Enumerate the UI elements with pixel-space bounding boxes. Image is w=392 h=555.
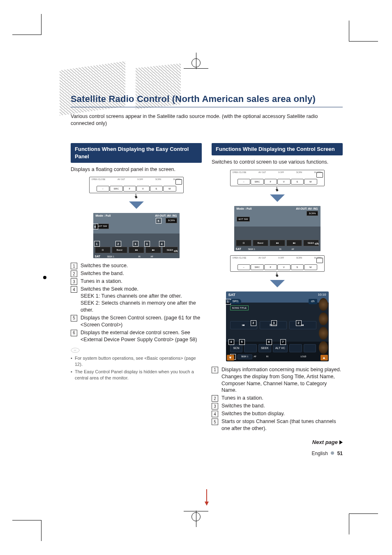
item-text: Starts or stops Channel Scan (that tunes…	[221, 418, 343, 432]
loud-indicator: LOUD	[301, 355, 307, 358]
sat-label: SAT	[236, 247, 241, 251]
svg-text:⁝⁝⁝: ⁝⁝⁝	[74, 349, 76, 352]
ch-label: ch	[174, 249, 178, 254]
easy-panel-screenshot: Mode : Full AV-OUT: AV- IN1 SCRN EXT SW …	[234, 206, 321, 251]
page-title: Satellite Radio Control (North American …	[71, 93, 343, 107]
press-hand-icon	[274, 272, 281, 278]
next-page-arrow-icon	[339, 440, 343, 444]
next-button: ⏭	[289, 321, 316, 329]
list-item: 2Switches the band.	[71, 270, 202, 277]
hw-button: V	[277, 264, 291, 270]
callout-3: 3	[271, 320, 277, 326]
hw-button: V	[277, 179, 291, 185]
hw-button: M	[304, 264, 317, 270]
down-arrow-icon	[270, 280, 285, 287]
list-item: 6Displays the external device control sc…	[71, 329, 202, 343]
callout-2b: 2	[296, 320, 302, 326]
hw-button: S	[150, 186, 163, 192]
hw-button: F	[264, 179, 277, 185]
control-screen-screenshot: SAT 10:10 1 SR1 ch SONG TITLE ⏮ Band ⏭ 2	[226, 291, 329, 361]
blank-button	[304, 344, 316, 352]
in-indicator: IN	[266, 355, 268, 358]
note-item: For system button operations, see <Basic…	[71, 355, 202, 368]
note-item: The Easy Control Panel display is hidden…	[71, 369, 202, 381]
note-icon: ⁝⁝⁝	[71, 347, 80, 354]
label-voff: V.OFF	[278, 257, 284, 259]
item-text: Switches the Seek mode.	[81, 286, 138, 292]
down-arrow-icon	[270, 194, 285, 202]
label-avout: AV OUT	[258, 171, 266, 174]
hw-button: SRC	[110, 186, 123, 192]
margin-dot	[43, 276, 46, 279]
item-text: Displays the external device control scr…	[81, 329, 202, 343]
next-btn: ⏭	[286, 240, 302, 246]
footer-lang: English	[312, 451, 328, 456]
next-btn: ⏭	[145, 247, 161, 253]
registration-mark	[191, 58, 201, 67]
item-text: Displays the Screen Control screen. (pag…	[81, 314, 202, 328]
item-text: Switches the button display.	[221, 410, 285, 417]
hw-screen-icon	[316, 258, 323, 263]
left-column: Functions When Displaying the Easy Contr…	[71, 143, 202, 456]
list-item: 1 Displays information concerning music …	[212, 366, 343, 394]
callout-2: 2	[115, 241, 121, 247]
label-scrn: SCRN	[155, 178, 161, 181]
mode-label: Mode : Full	[96, 214, 111, 217]
press-hand-icon	[274, 186, 281, 193]
scn-button: SCN	[230, 344, 243, 352]
hw-button: S	[291, 179, 304, 185]
callout-4: 4	[228, 339, 234, 345]
num-box: 3	[212, 403, 218, 409]
sat-header: SAT	[228, 292, 235, 297]
clock-label: 10:10	[318, 293, 326, 297]
item-sub: SEEK 2: Selects channels in memory one a…	[81, 300, 202, 314]
crop-mark	[349, 513, 378, 534]
scrn-button: SCRN	[307, 211, 318, 216]
extsw-button: EXT SW	[237, 217, 250, 222]
in-indicator: IN	[138, 255, 141, 258]
label-avout: AV OUT	[118, 178, 125, 181]
side-button	[319, 312, 328, 325]
callout-2: 2	[251, 320, 256, 326]
down-arrow-icon	[129, 201, 144, 209]
next-page-label: Next page	[212, 439, 343, 446]
mode-label: Mode : Full	[237, 207, 252, 210]
faceplate-illustration: OPEN /CLOSE AV OUT V.OFF SCRN M.CTRL − S…	[230, 255, 325, 272]
avout-label: AV-OUT: AV- IN1	[155, 214, 177, 217]
hw-button: M	[163, 186, 176, 192]
af-indicator: AF	[254, 355, 256, 358]
item-text: Switches the band.	[81, 270, 124, 277]
right-heading: Functions While Displaying the Control S…	[212, 143, 343, 155]
num-box: 3	[71, 278, 77, 285]
page-content: Satellite Radio Control (North American …	[71, 82, 343, 506]
list-item: 4Switches the button display.	[212, 410, 343, 417]
item-sub: Changes the display from Song Title, Art…	[221, 373, 343, 394]
band-btn: Band	[112, 247, 127, 253]
hw-button: V	[136, 186, 150, 192]
num-box: 1	[212, 367, 218, 373]
num-box: 6	[71, 330, 77, 336]
faceplate-illustration: OPEN /CLOSE AV OUT V.OFF SCRN M.CTRL − S…	[230, 170, 325, 186]
right-lead: Switches to control screen to use variou…	[212, 159, 343, 166]
hw-button: SRC	[251, 264, 264, 270]
num-box: 5	[71, 315, 77, 321]
item-text: Switches the source.	[81, 262, 128, 269]
label-open: OPEN /CLOSE	[92, 178, 106, 181]
hw-button: M	[304, 179, 317, 185]
hw-button: F	[264, 264, 277, 270]
src-btn: ロ	[236, 240, 251, 246]
hw-screen-icon	[316, 172, 323, 178]
hw-button: F	[123, 186, 136, 192]
list-item: 3Switches the band.	[212, 402, 343, 409]
sr1-label: SR1	[230, 299, 242, 304]
label-open: OPEN /CLOSE	[233, 257, 247, 259]
continuation-arrow-icon	[205, 502, 209, 506]
num-box: 4	[71, 286, 77, 293]
hw-button: −	[238, 264, 251, 270]
hw-button: SRC	[251, 179, 264, 185]
press-hand-icon	[133, 193, 140, 200]
list-item: 5Displays the Screen Control screen. (pa…	[71, 314, 202, 328]
callout-4: 4	[159, 241, 165, 247]
callout-6: 6	[93, 224, 98, 229]
item-text: Switches the band.	[221, 402, 265, 409]
